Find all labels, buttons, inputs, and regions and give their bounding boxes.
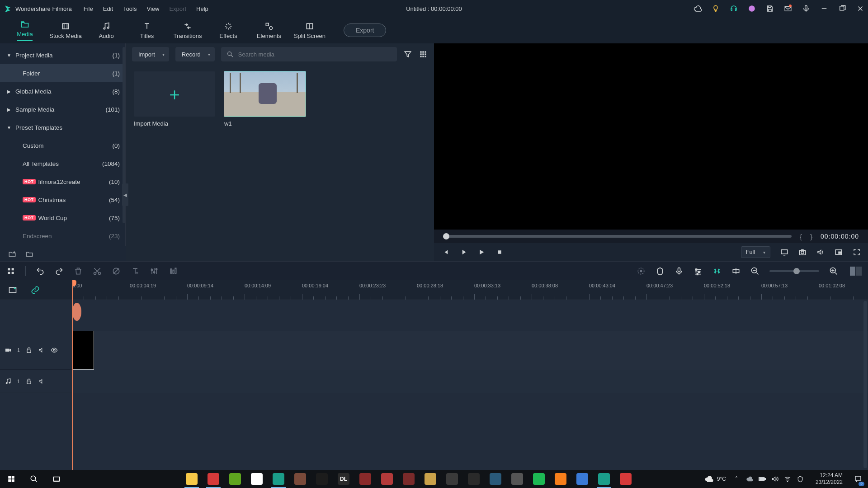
menu-edit[interactable]: Edit (103, 5, 113, 12)
timeline-scale-toggle[interactable] (850, 267, 862, 276)
timeline-clip[interactable] (72, 331, 94, 370)
battery-tray-icon[interactable] (759, 476, 766, 482)
sidebar-item-preset-templates[interactable]: ▼Preset Templates (0, 118, 125, 136)
mixer-icon[interactable] (169, 267, 178, 276)
mark-in-icon[interactable]: { (800, 233, 802, 240)
taskbar-app[interactable] (224, 470, 246, 488)
grid-view-icon[interactable] (419, 50, 428, 59)
taskbar-app[interactable] (289, 470, 311, 488)
delete-icon[interactable] (74, 267, 83, 276)
crop-icon[interactable] (112, 267, 121, 276)
apps-icon[interactable] (6, 267, 15, 276)
timeline-vscrollbar[interactable] (863, 301, 867, 468)
audio-track-header[interactable]: 1 (0, 370, 72, 393)
sidebar-item-custom[interactable]: Custom(0) (0, 136, 125, 155)
minimize-icon[interactable] (820, 5, 828, 13)
menu-tools[interactable]: Tools (123, 5, 137, 12)
clip-marker[interactable] (72, 303, 81, 321)
lock-icon[interactable] (25, 378, 33, 385)
volume-tray-icon[interactable] (771, 475, 778, 483)
maximize-icon[interactable] (838, 5, 846, 13)
taskbar-app[interactable] (268, 470, 289, 488)
video-track-header[interactable]: 1 (0, 331, 72, 370)
taskbar-app[interactable] (354, 470, 376, 488)
media-clip-w1[interactable]: w1 (224, 71, 306, 127)
task-view-button[interactable] (45, 470, 68, 488)
mute-icon[interactable] (38, 347, 45, 354)
taskbar-app[interactable]: DL (333, 470, 354, 488)
volume-icon[interactable] (816, 248, 825, 256)
new-folder-icon[interactable] (8, 250, 16, 258)
tray-expand-icon[interactable]: ˄ (735, 476, 738, 482)
taskbar-app[interactable] (203, 470, 224, 488)
taskbar-app[interactable] (485, 470, 506, 488)
fullscreen-icon[interactable] (853, 248, 861, 256)
security-tray-icon[interactable] (797, 475, 804, 483)
tab-transitions[interactable]: Transitions (167, 22, 208, 39)
pip-icon[interactable] (835, 248, 843, 256)
mark-out-icon[interactable]: } (810, 233, 812, 240)
onedrive-tray-icon[interactable] (746, 475, 753, 483)
play-icon[interactable] (477, 248, 486, 256)
audio-mixer-icon[interactable] (693, 267, 703, 276)
import-dropdown[interactable]: Import▾ (132, 47, 169, 61)
mic-icon[interactable] (802, 5, 810, 13)
taskbar-app[interactable] (441, 470, 463, 488)
visibility-icon[interactable] (51, 347, 58, 354)
system-tray[interactable] (742, 475, 807, 483)
cloud-icon[interactable] (693, 5, 702, 13)
tab-audio[interactable]: Audio (86, 22, 127, 39)
lock-icon[interactable] (25, 347, 33, 354)
sidebar-item-sample-media[interactable]: ▶Sample Media(101) (0, 100, 125, 118)
account-icon[interactable] (748, 5, 756, 13)
taskbar-app[interactable] (376, 470, 398, 488)
stop-icon[interactable] (495, 248, 504, 256)
menu-view[interactable]: View (146, 5, 159, 12)
link-icon[interactable] (31, 286, 40, 295)
media-search-input[interactable] (238, 51, 392, 58)
messages-icon[interactable] (784, 5, 792, 13)
import-media-card[interactable]: ＋ Import Media (134, 71, 215, 127)
taskbar-app[interactable] (246, 470, 268, 488)
taskbar-app[interactable] (550, 470, 571, 488)
menu-export[interactable]: Export (169, 5, 186, 12)
text-tool-icon[interactable] (131, 267, 140, 276)
prev-frame-icon[interactable] (441, 248, 449, 256)
playhead[interactable] (72, 280, 73, 470)
taskbar-app[interactable] (311, 470, 333, 488)
tab-titles[interactable]: Titles (127, 22, 167, 39)
sidebar-item-folder[interactable]: Folder(1) (0, 64, 125, 82)
snap-icon[interactable] (731, 267, 741, 276)
tab-split-screen[interactable]: Split Screen (289, 22, 330, 39)
menu-file[interactable]: File (84, 5, 93, 12)
taskbar-app[interactable] (420, 470, 441, 488)
start-button[interactable] (0, 470, 23, 488)
taskbar-app[interactable] (615, 470, 637, 488)
undo-icon[interactable] (36, 267, 45, 276)
mute-icon[interactable] (38, 378, 45, 385)
tab-media[interactable]: Media (5, 20, 45, 41)
timeline-ruler[interactable]: 0:0000:00:04:1900:00:09:1400:00:14:0900:… (72, 280, 868, 300)
preview-quality-select[interactable]: Full▾ (741, 246, 770, 258)
sidebar-item-project-media[interactable]: ▼Project Media(1) (0, 46, 125, 64)
preview-scrubber[interactable] (443, 235, 792, 238)
menu-help[interactable]: Help (196, 5, 208, 12)
taskbar-app[interactable] (463, 470, 485, 488)
preview-viewport[interactable] (434, 43, 868, 230)
taskbar-app[interactable] (398, 470, 420, 488)
open-folder-icon[interactable] (25, 250, 33, 258)
tab-effects[interactable]: Effects (208, 22, 249, 39)
export-button[interactable]: Export (344, 23, 386, 37)
zoom-out-icon[interactable] (750, 267, 760, 276)
render-icon[interactable] (637, 267, 646, 276)
redo-icon[interactable] (55, 267, 64, 276)
taskbar-clock[interactable]: 12:24 AM 23/12/2022 (812, 472, 846, 486)
taskbar-app[interactable] (571, 470, 593, 488)
wifi-tray-icon[interactable] (784, 475, 791, 483)
sidebar-item-endscreen[interactable]: Endscreen(23) (0, 227, 125, 245)
filter-icon[interactable] (403, 50, 412, 59)
auto-ripple-icon[interactable] (712, 267, 722, 276)
cut-icon[interactable] (93, 267, 102, 276)
marker-icon[interactable] (656, 267, 665, 276)
media-search[interactable] (221, 47, 397, 61)
